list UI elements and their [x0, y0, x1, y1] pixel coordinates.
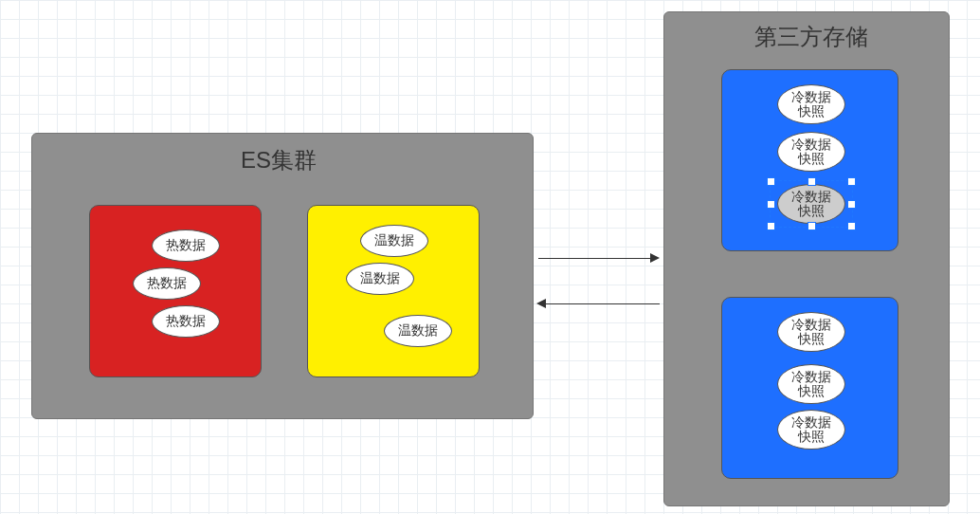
- third-party-panel[interactable]: 第三方存储 冷数据 快照 冷数据 快照 冷数据 快照 冷数据 快照 冷数据 快照…: [663, 11, 950, 506]
- selection-box[interactable]: [770, 180, 853, 228]
- hot-data-block[interactable]: 热数据 热数据 热数据: [89, 205, 262, 377]
- arrow-left: [546, 303, 660, 304]
- hot-data-pill[interactable]: 热数据: [133, 267, 201, 300]
- resize-handle-icon[interactable]: [847, 200, 856, 209]
- cold-block-2[interactable]: 冷数据 快照 冷数据 快照 冷数据 快照: [721, 297, 898, 479]
- resize-handle-icon[interactable]: [767, 222, 775, 230]
- warm-data-block[interactable]: 温数据 温数据 温数据: [307, 205, 480, 377]
- arrow-right-head-icon: [650, 253, 660, 263]
- warm-data-pill[interactable]: 温数据: [346, 263, 414, 295]
- cold-block-1[interactable]: 冷数据 快照 冷数据 快照 冷数据 快照: [721, 69, 898, 251]
- cold-snapshot-pill[interactable]: 冷数据 快照: [777, 312, 845, 352]
- warm-data-pill[interactable]: 温数据: [360, 225, 428, 257]
- resize-handle-icon[interactable]: [808, 177, 816, 186]
- es-cluster-panel[interactable]: ES集群 热数据 热数据 热数据 温数据 温数据 温数据: [31, 133, 534, 419]
- cold-snapshot-pill[interactable]: 冷数据 快照: [777, 364, 845, 404]
- resize-handle-icon[interactable]: [767, 200, 775, 209]
- resize-handle-icon[interactable]: [847, 177, 856, 186]
- resize-handle-icon[interactable]: [808, 222, 816, 230]
- cold-snapshot-pill[interactable]: 冷数据 快照: [777, 132, 845, 172]
- cold-snapshot-pill[interactable]: 冷数据 快照: [777, 410, 845, 450]
- diagram-canvas[interactable]: ES集群 热数据 热数据 热数据 温数据 温数据 温数据 第三方存储 冷数据 快…: [0, 0, 980, 514]
- hot-data-pill[interactable]: 热数据: [152, 229, 220, 262]
- es-cluster-title: ES集群: [241, 145, 317, 175]
- third-party-title: 第三方存储: [754, 22, 868, 52]
- arrow-right: [538, 258, 652, 259]
- resize-handle-icon[interactable]: [847, 222, 856, 230]
- resize-handle-icon[interactable]: [767, 177, 775, 186]
- cold-snapshot-pill[interactable]: 冷数据 快照: [777, 84, 845, 124]
- arrow-left-head-icon: [536, 299, 546, 308]
- warm-data-pill[interactable]: 温数据: [384, 315, 452, 347]
- hot-data-pill[interactable]: 热数据: [152, 305, 220, 338]
